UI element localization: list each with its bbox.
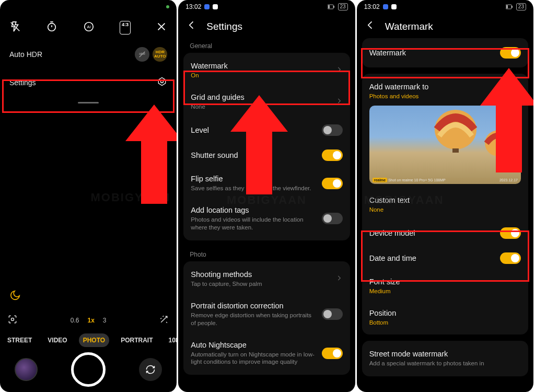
toggle-watermark[interactable] xyxy=(500,47,521,59)
row-shutter-sound[interactable]: Shutter sound xyxy=(183,143,350,168)
row-add-watermark-to[interactable]: Add watermark to Photos and videos xyxy=(362,76,528,102)
watermark-screen: 13:02 23 Watermark Watermark Add waterma… xyxy=(357,0,535,392)
back-arrow-icon[interactable] xyxy=(187,20,197,33)
row-distortion[interactable]: Portrait distortion correction Remove ed… xyxy=(183,295,350,334)
aspect-ratio-button[interactable]: 4:3 xyxy=(120,21,131,34)
toggle-distortion[interactable] xyxy=(322,308,343,320)
settings-row[interactable]: Settings xyxy=(0,65,177,100)
row-title: Shutter sound xyxy=(191,151,316,159)
zoom-levels[interactable]: 0.6 1x 3 xyxy=(71,317,107,324)
row-device-model[interactable]: Device model xyxy=(362,221,528,246)
svg-rect-18 xyxy=(506,5,508,8)
auto-hdr-row[interactable]: Auto HDR HDR HDR AUTO xyxy=(0,39,177,65)
zoom-3[interactable]: 3 xyxy=(103,317,107,324)
svg-point-9 xyxy=(161,80,164,83)
svg-rect-17 xyxy=(511,6,513,8)
camera-top-toolbar: AI 4:3 xyxy=(0,14,177,39)
battery-percent: 23 xyxy=(338,3,348,10)
section-general: General xyxy=(183,38,350,53)
svg-point-10 xyxy=(11,318,14,321)
svg-rect-13 xyxy=(333,6,334,8)
close-icon[interactable] xyxy=(156,21,167,34)
row-nightscape[interactable]: Auto Nightscape Automatically turn on Ni… xyxy=(183,334,350,373)
row-title: Level xyxy=(191,126,316,134)
row-level[interactable]: Level xyxy=(183,118,350,143)
row-position[interactable]: Position Bottom xyxy=(362,302,528,333)
settings-label: Settings xyxy=(9,78,36,87)
status-app-icon xyxy=(391,4,397,9)
hdr-auto-chip[interactable]: HDR AUTO xyxy=(153,47,167,62)
chevron-right-icon xyxy=(335,274,343,284)
drag-handle-icon[interactable] xyxy=(78,102,99,103)
toggle-level[interactable] xyxy=(322,124,343,136)
row-date-time[interactable]: Date and time xyxy=(362,246,528,271)
hdr-chips: HDR HDR AUTO xyxy=(135,47,167,62)
ai-icon[interactable]: AI xyxy=(83,21,95,34)
row-sub: Bottom xyxy=(369,319,516,327)
row-grid[interactable]: Grid and guides None xyxy=(183,86,350,118)
row-watermark-toggle[interactable]: Watermark xyxy=(362,40,528,65)
mode-video[interactable]: VIDEO xyxy=(43,333,71,347)
settings-gear-icon[interactable] xyxy=(157,76,167,88)
toggle-device-model[interactable] xyxy=(500,227,521,239)
row-title: Auto Nightscape xyxy=(191,341,316,349)
mode-street[interactable]: STREET xyxy=(3,333,36,347)
mode-108m[interactable]: 108M xyxy=(164,333,178,347)
camera-screen: AI 4:3 Auto HDR HDR HDR AUTO Settings MO… xyxy=(0,0,178,392)
status-app-icon xyxy=(383,4,388,9)
row-sub: Save selfies as they appear in the viewf… xyxy=(191,185,316,192)
settings-screen: 13:02 23 Settings General Watermark On xyxy=(178,0,356,392)
svg-rect-22 xyxy=(496,156,501,159)
bg-watermark: MOBIGYAAN xyxy=(227,193,307,207)
svg-rect-20 xyxy=(452,148,459,153)
page-title: Settings xyxy=(206,21,242,32)
svg-rect-14 xyxy=(328,5,330,8)
toggle-date-time[interactable] xyxy=(500,252,521,264)
bg-watermark: MOBIGYAAN xyxy=(364,193,444,207)
row-street-watermark[interactable]: Street mode watermark Add a special wate… xyxy=(362,343,528,374)
row-sub: Add a special watermark to photos taken … xyxy=(369,360,516,367)
magic-wand-icon[interactable] xyxy=(159,314,169,326)
zoom-1x[interactable]: 1x xyxy=(87,317,94,324)
row-shooting-methods[interactable]: Shooting methods Tap to capture, Show pa… xyxy=(183,263,350,295)
row-title: Device model xyxy=(369,229,495,237)
row-sub: On xyxy=(191,72,330,79)
zoom-0.6[interactable]: 0.6 xyxy=(71,317,79,324)
preview-watermark-text: Shot on realme 10 Pro+ 5G 108MP xyxy=(388,178,446,182)
shutter-button[interactable] xyxy=(71,352,106,387)
preview-watermark-date: 2023.12.17 xyxy=(499,178,518,182)
flash-off-icon[interactable] xyxy=(9,21,21,34)
row-title: Flip selfie xyxy=(191,175,316,183)
night-mode-icon[interactable] xyxy=(9,290,21,303)
status-time: 13:02 xyxy=(185,3,201,10)
google-lens-icon[interactable] xyxy=(7,314,18,326)
chevron-right-icon xyxy=(335,97,343,107)
switch-camera-button[interactable] xyxy=(139,358,162,381)
row-title: Shooting methods xyxy=(191,270,330,279)
timer-icon[interactable] xyxy=(46,21,57,34)
row-title: Position xyxy=(369,309,516,317)
mode-photo[interactable]: PHOTO xyxy=(79,333,109,347)
annotation-arrow-settings xyxy=(125,105,178,204)
svg-text:AI: AI xyxy=(87,25,90,29)
back-arrow-icon[interactable] xyxy=(365,20,376,33)
row-sub: Automatically turn on Nightscape mode in… xyxy=(191,351,316,366)
row-sub: None xyxy=(191,103,330,111)
svg-marker-11 xyxy=(125,105,178,204)
mode-portrait[interactable]: PORTRAIT xyxy=(117,333,157,347)
camera-modes[interactable]: STREET VIDEO PHOTO PORTRAIT 108M xyxy=(0,333,177,347)
row-font-size[interactable]: Font size Medium xyxy=(362,271,528,302)
toggle-nightscape[interactable] xyxy=(322,348,343,359)
hdr-off-icon[interactable]: HDR xyxy=(135,47,149,62)
row-watermark[interactable]: Watermark On xyxy=(183,55,350,86)
row-title: Grid and guides xyxy=(191,93,330,101)
watermark-preview: realme Shot on realme 10 Pro+ 5G 108MP 2… xyxy=(369,106,521,184)
status-bar: 13:02 23 xyxy=(357,0,533,14)
toggle-flip[interactable] xyxy=(322,178,343,189)
gallery-thumbnail[interactable] xyxy=(15,358,38,381)
toggle-shutter[interactable] xyxy=(322,149,343,161)
toggle-location[interactable] xyxy=(322,213,343,224)
row-title: Date and time xyxy=(369,254,495,262)
row-sub: Photos and videos xyxy=(369,93,516,100)
row-title: Watermark xyxy=(191,62,330,70)
